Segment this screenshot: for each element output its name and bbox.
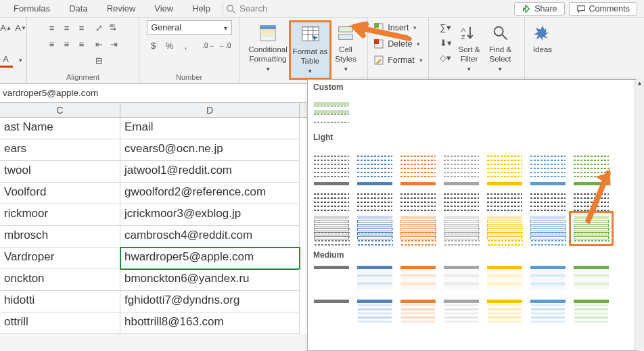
table-style-swatch[interactable] bbox=[572, 298, 611, 327]
align-right-button[interactable]: ≡ bbox=[75, 37, 89, 51]
column-header-d[interactable]: D bbox=[120, 103, 300, 117]
align-middle-button[interactable]: ≡ bbox=[60, 20, 74, 35]
table-style-swatch[interactable] bbox=[312, 264, 351, 294]
merge-center-button[interactable]: ⊟ bbox=[93, 53, 106, 68]
table-style-swatch[interactable] bbox=[442, 146, 481, 176]
comma-format-button[interactable]: , bbox=[179, 38, 193, 53]
menu-review[interactable]: Review bbox=[97, 1, 145, 16]
table-style-swatch[interactable] bbox=[312, 146, 351, 176]
cell-styles-button[interactable]: Cell Styles ▾ bbox=[331, 20, 360, 76]
cell[interactable]: hbottrill8@163.com bbox=[120, 312, 300, 334]
cell[interactable]: bmonckton6@yandex.ru bbox=[120, 269, 300, 291]
decrease-decimal-button[interactable]: ←.0 bbox=[218, 38, 232, 53]
orientation-button[interactable]: ⤢ bbox=[93, 20, 106, 35]
cell[interactable]: jatwool1@reddit.com bbox=[120, 161, 300, 183]
comments-button[interactable]: Comments bbox=[569, 2, 637, 16]
cell[interactable]: fghidotti7@dyndns.org bbox=[120, 291, 300, 312]
table-style-swatch[interactable] bbox=[398, 180, 438, 210]
fill-button[interactable]: ⬇▾ bbox=[439, 36, 453, 50]
share-button[interactable]: Share bbox=[514, 2, 564, 16]
table-style-swatch[interactable] bbox=[528, 180, 568, 210]
font-color-button[interactable]: A bbox=[0, 53, 13, 68]
cell[interactable]: hidotti bbox=[0, 291, 120, 312]
align-top-button[interactable]: ≡ bbox=[45, 20, 59, 35]
table-style-swatch[interactable] bbox=[485, 264, 524, 294]
table-style-swatch[interactable] bbox=[442, 180, 481, 210]
menu-help[interactable]: Help bbox=[183, 1, 220, 16]
align-bottom-button[interactable]: ≡ bbox=[75, 20, 89, 35]
insert-button[interactable]: Insert ▾ bbox=[373, 20, 423, 35]
cell[interactable]: cambrosch4@reddit.com bbox=[120, 226, 300, 248]
percent-format-button[interactable]: % bbox=[163, 38, 177, 53]
menu-data[interactable]: Data bbox=[60, 1, 97, 16]
delete-button[interactable]: Delete ▾ bbox=[373, 37, 423, 51]
cell[interactable]: rickmoor bbox=[0, 204, 120, 226]
cell[interactable]: mbrosch bbox=[0, 226, 120, 248]
table-style-swatch[interactable] bbox=[572, 180, 611, 210]
cell[interactable]: ottrill bbox=[0, 312, 120, 334]
table-style-swatch[interactable] bbox=[442, 264, 481, 294]
menu-formulas[interactable]: Formulas bbox=[4, 1, 60, 16]
autosum-button[interactable]: ∑▾ bbox=[439, 20, 453, 34]
scroll-up-icon[interactable]: ▲ bbox=[635, 80, 644, 89]
table-style-swatch[interactable] bbox=[312, 180, 351, 210]
table-style-swatch[interactable] bbox=[572, 264, 611, 294]
table-style-swatch[interactable] bbox=[485, 146, 524, 176]
conditional-formatting-button[interactable]: Conditional Formatting ▾ bbox=[247, 20, 289, 76]
table-style-swatch[interactable] bbox=[355, 180, 394, 210]
table-style-swatch[interactable] bbox=[572, 214, 611, 243]
cell[interactable]: Email bbox=[120, 118, 300, 139]
table-style-swatch[interactable] bbox=[398, 146, 438, 176]
increase-font-button[interactable]: A▲ bbox=[0, 20, 13, 35]
cell[interactable]: Vardroper bbox=[0, 248, 120, 269]
table-style-swatch[interactable] bbox=[355, 214, 394, 243]
increase-indent-button[interactable]: ⇥ bbox=[108, 37, 121, 51]
cell[interactable]: jcrickmoor3@exblog.jp bbox=[120, 204, 300, 226]
table-style-swatch[interactable] bbox=[312, 96, 351, 126]
increase-decimal-button[interactable]: .0→ bbox=[202, 38, 216, 53]
table-style-swatch[interactable] bbox=[572, 146, 611, 176]
chevron-down-icon[interactable]: ▾ bbox=[14, 53, 28, 68]
table-style-swatch[interactable] bbox=[398, 264, 438, 294]
cell[interactable]: cvears0@ocn.ne.jp bbox=[120, 139, 300, 161]
table-style-swatch[interactable] bbox=[442, 298, 481, 327]
menu-view[interactable]: View bbox=[145, 1, 183, 16]
table-style-swatch[interactable] bbox=[528, 298, 568, 327]
cell[interactable]: ast Name bbox=[0, 118, 120, 139]
cell[interactable]: twool bbox=[0, 161, 120, 183]
cell[interactable]: Voolford bbox=[0, 183, 120, 204]
table-style-swatch[interactable] bbox=[442, 214, 481, 243]
format-button[interactable]: Format ▾ bbox=[373, 53, 423, 68]
table-style-swatch[interactable] bbox=[398, 298, 438, 327]
accounting-format-button[interactable]: $ bbox=[147, 38, 160, 53]
cell[interactable]: onckton bbox=[0, 269, 120, 291]
clear-button[interactable]: ◇▾ bbox=[439, 51, 453, 65]
table-style-swatch[interactable] bbox=[355, 298, 394, 327]
table-style-swatch[interactable] bbox=[312, 214, 351, 243]
decrease-indent-button[interactable]: ⇤ bbox=[93, 37, 106, 51]
table-style-swatch[interactable] bbox=[485, 180, 524, 210]
table-style-swatch[interactable] bbox=[485, 214, 524, 243]
dropdown-scrollbar[interactable]: ▲ bbox=[635, 80, 644, 350]
cell[interactable]: hwardroper5@apple.com bbox=[120, 248, 300, 269]
format-as-table-button[interactable]: Format as Table ▾ bbox=[289, 20, 331, 80]
ideas-button[interactable]: Ideas bbox=[528, 20, 557, 57]
cell[interactable]: gwoolford2@reference.com bbox=[120, 183, 300, 204]
sort-filter-button[interactable]: AZ Sort & Filter ▾ bbox=[455, 20, 484, 76]
table-style-swatch[interactable] bbox=[355, 146, 394, 176]
wrap-text-button[interactable]: ab bbox=[108, 20, 121, 35]
table-style-swatch[interactable] bbox=[355, 264, 394, 294]
decrease-font-button[interactable]: A▼ bbox=[14, 20, 28, 35]
column-header-c[interactable]: C bbox=[0, 103, 120, 117]
table-style-swatch[interactable] bbox=[528, 214, 568, 243]
table-style-swatch[interactable] bbox=[485, 298, 524, 327]
table-style-swatch[interactable] bbox=[312, 298, 351, 327]
find-select-button[interactable]: Find & Select ▾ bbox=[486, 20, 515, 76]
align-center-button[interactable]: ≡ bbox=[60, 37, 74, 51]
table-style-swatch[interactable] bbox=[398, 214, 438, 243]
search-box[interactable]: Search bbox=[226, 3, 267, 14]
table-style-swatch[interactable] bbox=[528, 264, 568, 294]
number-format-combo[interactable]: General ▾ bbox=[147, 20, 232, 35]
align-left-button[interactable]: ≡ bbox=[45, 37, 59, 51]
cell[interactable]: ears bbox=[0, 139, 120, 161]
